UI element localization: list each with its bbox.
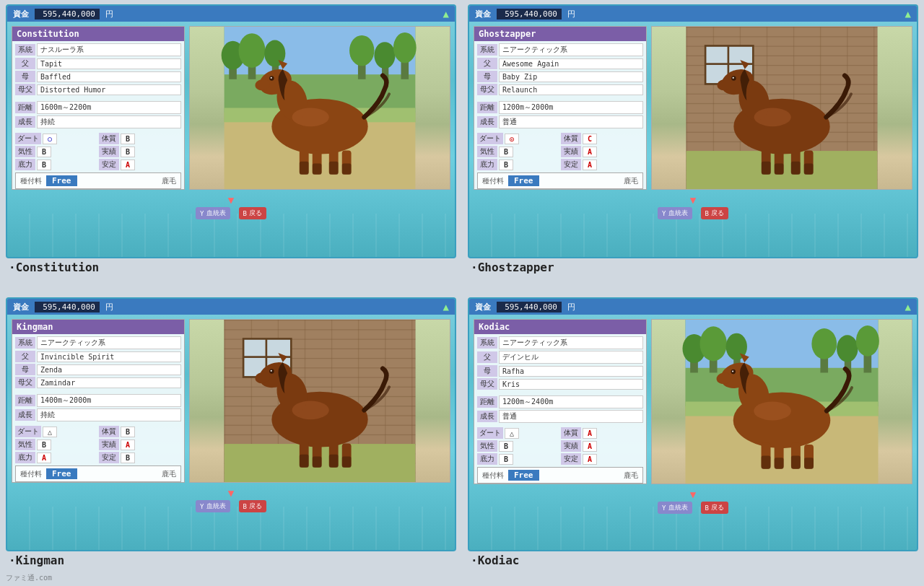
- nav-back-label: 戻る: [249, 502, 262, 511]
- stamina-value: B: [37, 159, 51, 170]
- growth-row: 成長 持続: [15, 115, 181, 128]
- distance-value: 1200m～2400m: [499, 395, 643, 408]
- body-label: 体質: [99, 133, 119, 144]
- fee-bar-ghostzapper: 種付料 Free 鹿毛: [477, 172, 643, 189]
- info-table-constitution: 系統 ナスルーラ系 父 Tapit 母 Baffled 母父: [12, 41, 184, 131]
- coat-value: 鹿毛: [624, 471, 638, 481]
- coat-value: 鹿毛: [162, 176, 176, 186]
- horse-image-ghostzapper: [651, 26, 912, 190]
- cell-caption-constitution: ·Constitution: [6, 258, 99, 274]
- svg-rect-121: [300, 455, 309, 468]
- nav-pedigree-btn-ghostzapper[interactable]: Y 血統表: [658, 207, 692, 219]
- dirt-label: ダート: [15, 426, 41, 437]
- nav-bar-constitution: Y 血統表 B 戻る: [7, 206, 455, 221]
- mother-label: 母: [15, 71, 35, 82]
- mother-father-label: 母父: [15, 84, 35, 95]
- up-arrow-constitution: ▲: [443, 8, 449, 19]
- father-value: Invincible Spirit: [37, 351, 181, 362]
- panel-content-kodiac: Kodiac 系統 ニアークティック系 父 デインヒル 母 Rafha: [469, 315, 917, 489]
- game-panel-constitution: 資金 595,440,000 円 ▲ Constitution 系統 ナスルーラ…: [6, 4, 456, 258]
- growth-value: 持続: [37, 115, 181, 128]
- father-row: 父 Tapit: [15, 58, 181, 69]
- mother-row: 母 Rafha: [477, 365, 643, 377]
- nav-back-btn-kodiac[interactable]: B 戻る: [701, 502, 728, 514]
- nav-bar-kodiac: Y 血統表 B 戻る: [469, 500, 917, 515]
- spirit-label: 気性: [15, 439, 35, 450]
- body-label: 体質: [561, 427, 581, 439]
- nav-pedigree-btn-kodiac[interactable]: Y 血統表: [658, 502, 692, 514]
- spirit-label: 気性: [15, 146, 35, 157]
- spirit-value: B: [499, 441, 513, 452]
- horse-name-kingman: Kingman: [12, 320, 184, 334]
- panel-header-ghostzapper: 資金 595,440,000 円 ▲: [469, 6, 917, 22]
- funds-label: 資金: [13, 302, 29, 312]
- svg-marker-116: [278, 353, 287, 362]
- spirit-value: B: [37, 146, 51, 157]
- funds-label: 資金: [13, 9, 29, 19]
- nav-pedigree-btn-constitution[interactable]: Y 血統表: [196, 207, 230, 219]
- stat-grid-kodiac: ダート △ 体質 A 気性 B 実績 A: [474, 425, 646, 467]
- father-value: デインヒル: [499, 351, 643, 364]
- body-row: 体質 C: [561, 133, 643, 144]
- lineage-value: ニアークティック系: [499, 336, 643, 349]
- up-arrow-kodiac: ▲: [905, 301, 911, 312]
- horse-name-ghostzapper: Ghostzapper: [474, 27, 646, 41]
- svg-point-147: [732, 370, 733, 372]
- growth-row: 成長 普通: [477, 115, 643, 128]
- panel-content-kingman: Kingman 系統 ニアークティック系 父 Invincible Spirit…: [7, 315, 455, 487]
- body-row: 体質 B: [99, 426, 181, 437]
- nav-bar-ghostzapper: Y 血統表 B 戻る: [469, 206, 917, 221]
- dirt-value: △: [505, 428, 519, 439]
- mother-value: Rafha: [499, 366, 643, 377]
- stable-label: 安定: [561, 159, 581, 170]
- nav-back-btn-kingman[interactable]: B 戻る: [239, 500, 266, 512]
- mother-father-label: 母父: [477, 378, 497, 390]
- stable-row: 安定 A: [561, 159, 643, 170]
- stable-label: 安定: [561, 453, 581, 465]
- svg-rect-77: [804, 163, 814, 174]
- panel-grid: 資金 595,440,000 円 ▲ Constitution 系統 ナスルーラ…: [0, 0, 924, 586]
- distance-label: 距離: [477, 102, 497, 113]
- info-section-kingman: Kingman 系統 ニアークティック系 父 Invincible Spirit…: [12, 319, 185, 483]
- actual-row: 実績 A: [561, 146, 643, 157]
- stat-grid-ghostzapper: ダート ◎ 体質 C 気性 B 実績 A: [474, 131, 646, 172]
- svg-rect-123: [329, 455, 339, 468]
- fee-value: Free: [46, 468, 77, 479]
- nav-pedigree-label: 血統表: [206, 502, 226, 511]
- growth-label: 成長: [15, 116, 35, 128]
- mother-father-value: Distorted Humor: [37, 84, 181, 95]
- svg-point-78: [754, 108, 791, 127]
- nav-back-btn-constitution[interactable]: B 戻る: [239, 207, 266, 219]
- stamina-value: A: [37, 452, 51, 463]
- cell-ghostzapper: 資金 595,440,000 円 ▲ Ghostzapper 系統 ニアークティ…: [462, 0, 924, 293]
- mother-father-value: Zamindar: [37, 377, 181, 388]
- actual-row: 実績 A: [99, 439, 181, 450]
- yen-label: 円: [105, 9, 113, 19]
- dirt-row: ダート ○: [15, 133, 97, 144]
- nav-back-btn-ghostzapper[interactable]: B 戻る: [701, 207, 728, 219]
- mother-label: 母: [477, 365, 497, 377]
- coat-value: 鹿毛: [624, 176, 638, 186]
- dirt-value: ◎: [505, 134, 519, 144]
- father-label: 父: [15, 58, 35, 69]
- nav-y-label: Y: [200, 210, 204, 217]
- fee-label: 種付料: [20, 176, 42, 186]
- fee-value: Free: [508, 175, 539, 186]
- page-background: 資金 595,440,000 円 ▲ Constitution 系統 ナスルーラ…: [0, 0, 924, 586]
- svg-marker-69: [740, 60, 749, 69]
- info-table-ghostzapper: 系統 ニアークティック系 父 Awesome Again 母 Baby Zip: [474, 41, 646, 131]
- panel-content-constitution: Constitution 系統 ナスルーラ系 父 Tapit 母 Baffled: [7, 22, 455, 194]
- svg-rect-81: [225, 320, 416, 320]
- dirt-row: ダート △: [15, 426, 97, 437]
- info-section-ghostzapper: Ghostzapper 系統 ニアークティック系 父 Awesome Again…: [474, 26, 647, 190]
- game-panel-ghostzapper: 資金 595,440,000 円 ▲ Ghostzapper 系統 ニアークティ…: [468, 4, 918, 258]
- svg-rect-29: [329, 162, 339, 175]
- growth-label: 成長: [477, 411, 497, 422]
- stamina-row: 底力 B: [477, 159, 559, 170]
- body-value: C: [583, 134, 597, 144]
- lineage-row: 系統 ナスルーラ系: [15, 43, 181, 56]
- svg-point-21: [271, 77, 272, 79]
- mother-father-value: Kris: [499, 379, 643, 390]
- funds-value-kodiac: 595,440,000: [497, 302, 562, 312]
- nav-pedigree-btn-kingman[interactable]: Y 血統表: [196, 500, 230, 512]
